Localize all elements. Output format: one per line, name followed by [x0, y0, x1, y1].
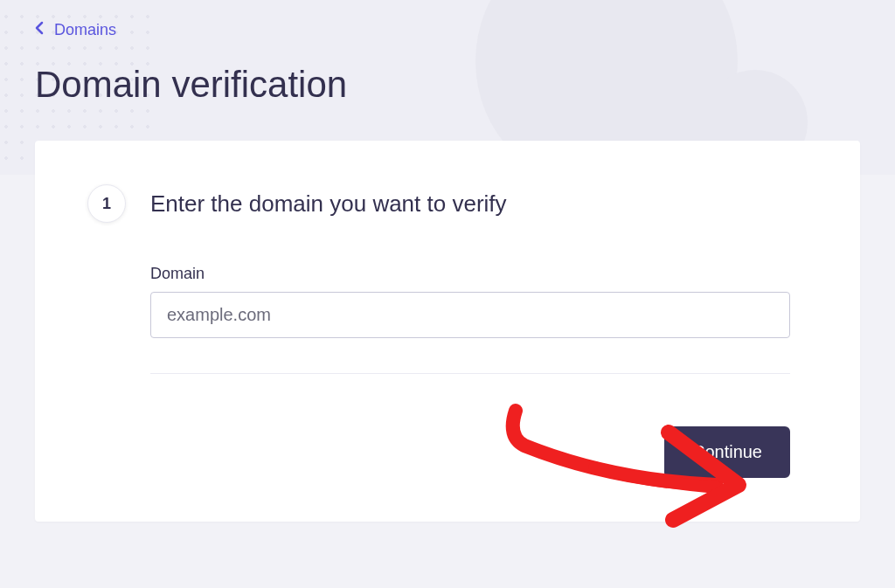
step-header: 1 Enter the domain you want to verify: [87, 184, 790, 223]
domain-input[interactable]: [150, 292, 790, 338]
continue-button[interactable]: Continue: [664, 426, 790, 478]
step-number-badge: 1: [87, 184, 126, 223]
page-title: Domain verification: [35, 64, 860, 106]
verification-card: 1 Enter the domain you want to verify Do…: [35, 141, 860, 522]
step-title: Enter the domain you want to verify: [150, 190, 507, 218]
actions-row: Continue: [150, 426, 790, 478]
form-section: Domain Continue: [150, 265, 790, 478]
divider: [150, 373, 790, 374]
breadcrumb-label: Domains: [54, 21, 116, 39]
domain-field-label: Domain: [150, 265, 790, 283]
chevron-left-icon: [35, 21, 44, 39]
back-to-domains-link[interactable]: Domains: [35, 17, 116, 43]
